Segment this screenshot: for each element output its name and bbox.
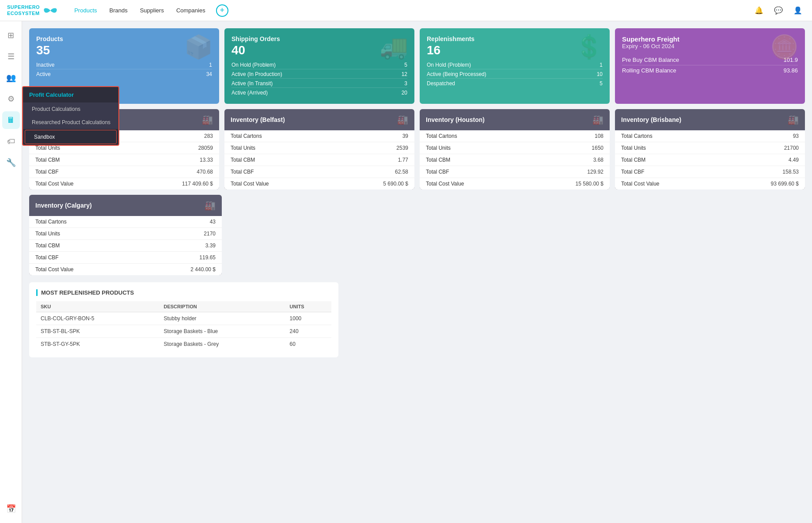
- dropdown-item-product-calculations[interactable]: Product Calculations: [23, 102, 118, 116]
- repl-card-title: Replenishments: [427, 35, 603, 42]
- shipping-label-0: On Hold (Problem): [231, 62, 276, 68]
- inventory-brisbane-header: Inventory (Brisbane) 🏭: [615, 109, 805, 130]
- inventory-belfast-small-header: Inventory (Belfast) 🏭: [224, 109, 414, 130]
- top-navigation: SUPERHERO ECOSYSTEM Products Brands Supp…: [0, 0, 812, 21]
- shipping-card-title: Shipping Orders: [231, 35, 407, 42]
- products-inactive-label: Inactive: [36, 62, 54, 68]
- logo-butterfly-icon: [42, 5, 58, 16]
- freight-label-1: Rolling CBM Balance: [622, 67, 676, 74]
- sidebar-list[interactable]: ☰: [2, 48, 20, 65]
- cell-description: Storage Baskets - Grey: [159, 338, 285, 351]
- freight-card: 🪙 Superhero Freight Expiry - 06 Oct 2024…: [615, 28, 805, 104]
- dropdown-menu: Profit Calculator Product Calculations R…: [22, 86, 119, 146]
- nav-links: Products Brands Suppliers Companies +: [69, 4, 752, 17]
- shipping-row-1: Active (In Production) 12: [231, 70, 407, 79]
- sidebar-settings[interactable]: ⚙: [2, 90, 20, 108]
- inventory-calgary-title: Inventory (Calgary): [35, 202, 92, 209]
- inventory-houston-card: Inventory (Houston) 🏭 Total Cartons 108 …: [420, 109, 610, 189]
- products-inactive-value: 1: [209, 62, 212, 68]
- warehouse-icon-5: 🏭: [205, 200, 216, 211]
- notification-icon[interactable]: 🔔: [752, 4, 766, 18]
- logo-line2: ECOSYSTEM: [7, 11, 40, 16]
- cell-units: 240: [285, 325, 331, 338]
- dropdown-item-sandbox[interactable]: Sandbox: [25, 130, 117, 144]
- shipping-card: 🚚 Shipping Orders 40 On Hold (Problem) 5…: [224, 28, 414, 104]
- sidebar-wrench[interactable]: 🔧: [2, 154, 20, 171]
- inventory-houston-title: Inventory (Houston): [426, 116, 485, 123]
- shipping-label-3: Active (Arrived): [231, 90, 268, 96]
- main-content: 📦 Products 35 Inactive 1 Active 34 🚚 Shi…: [22, 21, 812, 523]
- shipping-row-2: Active (In Transit) 3: [231, 80, 407, 88]
- profit-calculator-dropdown: Profit Calculator Product Calculations R…: [22, 86, 119, 146]
- inventory-calgary-card: Inventory (Calgary) 🏭 Total Cartons 43 T…: [29, 195, 222, 275]
- inv-belfast-row-4: Total Cost Value 117 409.60 $: [29, 178, 219, 189]
- freight-value-1: 93.86: [783, 67, 798, 74]
- products-card-title: Products: [36, 35, 212, 42]
- sidebar-grid[interactable]: ⊞: [2, 27, 20, 44]
- shipping-card-rows: On Hold (Problem) 5 Active (In Productio…: [231, 61, 407, 97]
- sidebar-tag[interactable]: 🏷: [2, 133, 20, 150]
- shipping-value-2: 3: [404, 80, 407, 87]
- inv-belfast-value-0: 283: [204, 133, 213, 139]
- table-row: STB-ST-BL-SPK Storage Baskets - Blue 240: [36, 325, 331, 338]
- nav-right-actions: 🔔 💬 👤: [752, 4, 805, 18]
- top-cards-row: 📦 Products 35 Inactive 1 Active 34 🚚 Shi…: [29, 28, 805, 104]
- sidebar-users[interactable]: 👥: [2, 69, 20, 87]
- table-header-row: SKU DESCRIPTION UNITS: [36, 301, 331, 312]
- inventory-brisbane-body: Total Cartons 93 Total Units 21700 Total…: [615, 130, 805, 189]
- message-icon[interactable]: 💬: [771, 4, 785, 18]
- cell-units: 60: [285, 338, 331, 351]
- shipping-row-3: Active (Arrived) 20: [231, 89, 407, 97]
- inventory-houston-body: Total Cartons 108 Total Units 1650 Total…: [420, 130, 610, 189]
- logo-line1: SUPERHERO: [7, 4, 40, 10]
- nav-companies[interactable]: Companies: [171, 4, 211, 17]
- inventory-calgary-body: Total Cartons 43 Total Units 2170 Total …: [29, 216, 222, 275]
- warehouse-icon: 🏭: [202, 114, 213, 125]
- cell-description: Stubby holder: [159, 312, 285, 325]
- sidebar-calendar[interactable]: 📅: [2, 500, 20, 518]
- table-row: STB-ST-GY-5PK Storage Baskets - Grey 60: [36, 338, 331, 351]
- inv-belfast-row-2: Total CBM 13.33: [29, 154, 219, 166]
- repl-label-2: Despatched: [427, 80, 455, 87]
- shipping-value-0: 5: [404, 62, 407, 68]
- inventory-brisbane-card: Inventory (Brisbane) 🏭 Total Cartons 93 …: [615, 109, 805, 189]
- shipping-value-1: 12: [402, 71, 407, 77]
- inventory-brisbane-title: Inventory (Brisbane): [621, 116, 681, 123]
- add-button[interactable]: +: [216, 4, 228, 17]
- replenishments-card: 💲 Replenishments 16 On Hold (Problem) 1 …: [420, 28, 610, 104]
- cell-units: 1000: [285, 312, 331, 325]
- dropdown-item-researched[interactable]: Researched Product Calculations: [23, 116, 118, 129]
- repl-label-0: On Hold (Problem): [427, 62, 471, 68]
- warehouse-icon-4: 🏭: [788, 114, 799, 125]
- nav-products[interactable]: Products: [69, 4, 102, 17]
- products-active-value: 34: [206, 71, 212, 77]
- repl-row-0: On Hold (Problem) 1: [427, 61, 603, 69]
- calgary-row: Inventory (Calgary) 🏭 Total Cartons 43 T…: [29, 195, 805, 275]
- table-row: CLB-COL-GRY-BON-5 Stubby holder 1000: [36, 312, 331, 325]
- dropdown-header[interactable]: Profit Calculator: [23, 87, 118, 102]
- user-icon[interactable]: 👤: [791, 4, 805, 18]
- repl-row-1: Active (Being Processed) 10: [427, 70, 603, 79]
- inventory-belfast-small-card: Inventory (Belfast) 🏭 Total Cartons 39 T…: [224, 109, 414, 189]
- shipping-value-3: 20: [402, 90, 407, 96]
- calgary-spacer: [227, 195, 805, 275]
- products-active-label: Active: [36, 71, 51, 77]
- sidebar: ⊞ ☰ 👥 ⚙ 🖩 🏷 🔧 📅: [0, 21, 22, 523]
- repl-card-rows: On Hold (Problem) 1 Active (Being Proces…: [427, 61, 603, 87]
- warehouse-icon-2: 🏭: [397, 114, 408, 125]
- shipping-label-2: Active (In Transit): [231, 80, 273, 87]
- logo: SUPERHERO ECOSYSTEM: [7, 4, 58, 16]
- sidebar-calculator[interactable]: 🖩: [2, 111, 20, 129]
- nav-brands[interactable]: Brands: [104, 4, 133, 17]
- products-inactive-row: Inactive 1: [36, 61, 212, 69]
- inventory-houston-header: Inventory (Houston) 🏭: [420, 109, 610, 130]
- cell-sku: STB-ST-GY-5PK: [36, 338, 159, 351]
- cell-description: Storage Baskets - Blue: [159, 325, 285, 338]
- shipping-label-1: Active (In Production): [231, 71, 282, 77]
- inventory-belfast-small-title: Inventory (Belfast): [231, 116, 285, 123]
- inventory-belfast-small-body: Total Cartons 39 Total Units 2539 Total …: [224, 130, 414, 189]
- products-active-row: Active 34: [36, 70, 212, 78]
- nav-suppliers[interactable]: Suppliers: [135, 4, 169, 17]
- replenished-section: MOST REPLENISHED PRODUCTS SKU DESCRIPTIO…: [29, 282, 338, 357]
- repl-value-0: 1: [600, 62, 603, 68]
